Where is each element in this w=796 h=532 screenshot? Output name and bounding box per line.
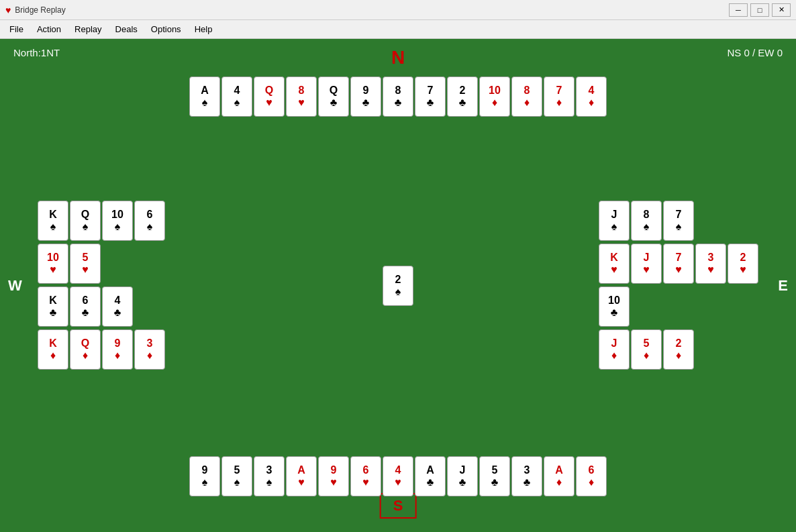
main-window: ♥ Bridge Replay ─ □ ✕ File Action Replay… (0, 0, 796, 532)
playing-card[interactable]: 9♣ (350, 76, 381, 117)
direction-east: E (778, 277, 788, 295)
west-clubs-row: K♣6♣4♣ (37, 286, 166, 327)
playing-card[interactable]: A♥ (286, 456, 317, 496)
west-diamonds-row: K♦Q♦9♦3♦ (37, 329, 166, 370)
minimize-button[interactable]: ─ (729, 3, 748, 17)
playing-card[interactable]: 7♥ (663, 244, 694, 284)
playing-card[interactable]: 5♦ (631, 329, 662, 370)
direction-north: N (391, 47, 405, 68)
east-hearts-row: K♥J♥7♥3♥2♥ (598, 243, 759, 284)
west-hearts-row: 10♥5♥ (37, 243, 166, 284)
playing-card[interactable]: K♣ (38, 286, 68, 327)
window-controls: ─ □ ✕ (729, 3, 791, 17)
playing-card[interactable]: 6♠ (134, 201, 165, 241)
playing-card[interactable]: 8♦ (511, 76, 542, 117)
playing-card[interactable]: Q♦ (70, 329, 101, 370)
south-hand: 9♠5♠3♠A♥9♥6♥4♥A♣J♣5♣3♣A♦6♦ (189, 456, 607, 497)
playing-card[interactable]: 3♠ (254, 456, 285, 496)
west-spades-row: K♠Q♠10♠6♠ (37, 200, 166, 242)
playing-card[interactable]: 3♦ (134, 329, 165, 370)
playing-card[interactable]: 5♠ (221, 456, 252, 496)
playing-card[interactable]: A♣ (415, 456, 446, 496)
playing-card[interactable]: 5♣ (479, 456, 510, 496)
playing-card[interactable]: 2♥ (728, 244, 758, 284)
playing-card[interactable]: J♠ (599, 201, 630, 241)
close-button[interactable]: ✕ (772, 3, 791, 17)
playing-card[interactable]: 10♣ (599, 286, 630, 327)
playing-card[interactable]: Q♠ (70, 201, 101, 241)
playing-card[interactable]: 8♥ (286, 76, 317, 117)
playing-card[interactable]: K♥ (599, 244, 630, 284)
playing-card[interactable]: J♦ (599, 329, 630, 370)
north-hand: A♠4♠Q♥8♥Q♣9♣8♣7♣2♣10♦8♦7♦4♦ (189, 76, 607, 117)
east-hand: J♠8♠7♠K♥J♥7♥3♥2♥10♣J♦5♦2♦ (598, 200, 759, 372)
west-hand: K♠Q♠10♠6♠10♥5♥K♣6♣4♣K♦Q♦9♦3♦ (37, 200, 166, 372)
menu-replay[interactable]: Replay (68, 21, 108, 37)
playing-card[interactable]: Q♣ (318, 76, 349, 117)
direction-west: W (8, 277, 22, 295)
playing-card[interactable]: 9♥ (318, 456, 349, 496)
playing-card[interactable]: 3♥ (695, 244, 726, 284)
playing-card[interactable]: 10♦ (479, 76, 510, 117)
maximize-button[interactable]: □ (750, 3, 769, 17)
playing-card[interactable]: 7♠ (663, 201, 694, 241)
playing-card[interactable]: 2♣ (447, 76, 478, 117)
playing-card[interactable]: 5♥ (70, 244, 101, 284)
east-spades-row: J♠8♠7♠ (598, 200, 759, 242)
playing-card[interactable]: 3♣ (511, 456, 542, 496)
playing-card[interactable]: 4♦ (576, 76, 607, 117)
menu-bar: File Action Replay Deals Options Help (0, 20, 796, 39)
playing-card[interactable]: 2♦ (663, 329, 694, 370)
playing-card[interactable]: 4♣ (102, 286, 133, 327)
playing-card[interactable]: A♠ (189, 76, 220, 117)
playing-card[interactable]: 4♠ (221, 76, 252, 117)
title-bar: ♥ Bridge Replay ─ □ ✕ (0, 0, 796, 20)
playing-card[interactable]: 7♣ (415, 76, 446, 117)
playing-card[interactable]: 2♠ (383, 266, 413, 306)
playing-card[interactable]: 4♥ (383, 456, 413, 496)
menu-file[interactable]: File (3, 21, 30, 37)
playing-card[interactable]: J♥ (631, 244, 662, 284)
east-diamonds-row: J♦5♦2♦ (598, 329, 759, 370)
playing-card[interactable]: 7♦ (544, 76, 575, 117)
menu-deals[interactable]: Deals (109, 21, 144, 37)
center-played-card: 2♠ (382, 265, 414, 307)
east-clubs-row: 10♣ (598, 286, 759, 327)
playing-card[interactable]: 6♣ (70, 286, 101, 327)
app-icon: ♥ (5, 5, 11, 15)
game-area: North:1NT NS 0 / EW 0 N W E S A♠4♠Q♥8♥Q♣… (0, 39, 796, 532)
playing-card[interactable]: 8♠ (631, 201, 662, 241)
playing-card[interactable]: 6♦ (576, 456, 607, 496)
playing-card[interactable]: A♦ (544, 456, 575, 496)
menu-help[interactable]: Help (188, 21, 219, 37)
playing-card[interactable]: J♣ (447, 456, 478, 496)
game-status: North:1NT (13, 47, 60, 58)
game-score: NS 0 / EW 0 (727, 47, 783, 58)
playing-card[interactable]: 6♥ (350, 456, 381, 496)
menu-action[interactable]: Action (30, 21, 68, 37)
playing-card[interactable]: 10♠ (102, 201, 133, 241)
playing-card[interactable]: 10♥ (38, 244, 68, 284)
window-title: Bridge Replay (15, 5, 729, 15)
playing-card[interactable]: K♦ (38, 329, 68, 370)
playing-card[interactable]: 9♠ (189, 456, 220, 496)
playing-card[interactable]: 9♦ (102, 329, 133, 370)
menu-options[interactable]: Options (144, 21, 188, 37)
playing-card[interactable]: 8♣ (383, 76, 413, 117)
playing-card[interactable]: Q♥ (254, 76, 285, 117)
playing-card[interactable]: K♠ (38, 201, 68, 241)
